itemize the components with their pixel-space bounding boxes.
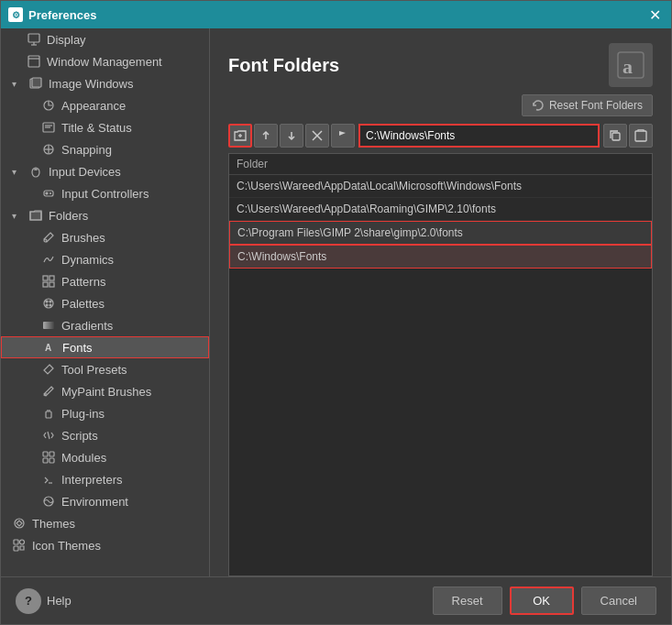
folder-row-1[interactable]: C:\Users\Wareed\AppData\Roaming\GIMP\2.1… [229,198,652,221]
sidebar-item-label-display: Display [47,33,86,47]
plug-ins-icon [41,406,56,421]
appearance-icon [41,98,56,113]
folders-icon [28,208,43,223]
svg-point-28 [50,301,51,302]
svg-rect-44 [14,540,18,544]
sidebar-item-scripts[interactable]: Scripts [1,424,209,446]
titlebar: ⚙ Preferences ✕ [1,1,671,28]
scripts-icon [41,428,56,443]
folder-list-header: Folder [229,154,652,175]
brushes-icon [41,230,56,245]
paste-button[interactable] [629,124,653,148]
preferences-window: ⚙ Preferences ✕ Display Window Managemen… [0,0,672,625]
sidebar-item-image-windows[interactable]: ▾ Image Windows [1,72,209,94]
svg-point-30 [50,304,51,306]
expand-icon-image-windows: ▾ [12,79,23,89]
svg-text:a: a [622,55,633,78]
help-label: Help [47,594,72,608]
sidebar-item-fonts[interactable]: A Fonts [1,336,209,358]
sidebar-item-label-palettes: Palettes [61,297,105,311]
move-down-button[interactable] [280,124,303,148]
sidebar-item-mypaint-brushes[interactable]: MyPaint Brushes [1,380,209,402]
folder-row-3[interactable]: C:\Windows\Fonts [229,245,652,269]
sidebar-item-label-snapping: Snapping [61,143,112,157]
expand-icon-input-devices: ▾ [12,167,23,177]
flag-icon [336,129,349,142]
sidebar-item-title-status[interactable]: Title & Status [1,116,209,138]
sidebar-item-appearance[interactable]: Appearance [1,94,209,116]
main-title: Font Folders [228,55,339,76]
sidebar-item-display[interactable]: Display [1,28,209,50]
main-panel: Font Folders a Reset Font Folders [210,28,671,576]
titlebar-app-icon: ⚙ [8,7,23,22]
sidebar-item-input-devices[interactable]: ▾ Input Devices [1,160,209,182]
sidebar-item-icon-themes[interactable]: Icon Themes [1,534,209,556]
paste-icon [634,129,647,142]
sidebar-item-gradients[interactable]: Gradients [1,314,209,336]
icon-themes-icon [12,538,27,553]
reset-icon [532,99,545,112]
add-folder-icon [234,129,247,142]
sidebar-item-brushes[interactable]: Brushes [1,226,209,248]
sidebar-item-label-image-windows: Image Windows [49,77,133,91]
palettes-icon [41,296,56,311]
sidebar-item-input-controllers[interactable]: Input Controllers [1,182,209,204]
svg-rect-33 [46,411,51,418]
titlebar-left: ⚙ Preferences [8,7,96,22]
svg-line-36 [48,432,50,439]
sidebar-item-label-input-devices: Input Devices [49,165,121,179]
sidebar-item-interpreters[interactable]: Interpreters [1,468,209,490]
delete-icon [311,129,324,142]
sidebar-item-snapping[interactable]: Snapping [1,138,209,160]
sidebar-item-label-patterns: Patterns [61,275,105,289]
title-status-icon [41,120,56,135]
svg-point-29 [46,304,48,306]
move-up-button[interactable] [254,124,278,148]
sidebar-item-palettes[interactable]: Palettes [1,292,209,314]
reset-font-folders-button[interactable]: Reset Font Folders [522,94,653,116]
sidebar-item-dynamics[interactable]: Dynamics [1,248,209,270]
svg-point-18 [46,192,48,194]
sidebar-item-tool-presets[interactable]: Tool Presets [1,358,209,380]
svg-rect-39 [43,458,48,463]
svg-point-45 [20,540,25,544]
sidebar-item-plug-ins[interactable]: Plug-ins [1,402,209,424]
themes-icon [12,516,27,531]
sidebar-item-themes[interactable]: Themes [1,512,209,534]
copy-button[interactable] [603,124,627,148]
svg-rect-46 [14,546,18,551]
sidebar-item-label-folders: Folders [49,209,88,223]
toolbar-area: Reset Font Folders [210,94,671,124]
folder-row-0[interactable]: C:\Users\Wareed\AppData\Local\Microsoft\… [229,175,652,198]
input-controllers-icon [41,186,56,201]
fonts-icon: A [42,340,57,355]
environment-icon [41,494,56,509]
snapping-icon [41,142,56,157]
folder-path-input[interactable] [358,124,600,148]
delete-folder-button[interactable] [305,124,329,148]
sidebar-item-patterns[interactable]: Patterns [1,270,209,292]
sidebar-item-label-plug-ins: Plug-ins [61,407,105,421]
add-folder-button[interactable] [228,124,252,148]
svg-rect-37 [43,452,48,456]
sidebar: Display Window Management ▾ Image Window… [1,28,210,576]
expand-icon-folders: ▾ [12,211,23,221]
folder-row-2[interactable]: C:\Program Files\GIMP 2\share\gimp\2.0\f… [229,221,652,245]
ok-button[interactable]: OK [510,587,574,615]
sidebar-item-label-gradients: Gradients [61,319,113,333]
sidebar-item-folders[interactable]: ▾ Folders [1,204,209,226]
svg-point-26 [44,299,53,308]
sidebar-item-modules[interactable]: Modules [1,446,209,468]
svg-rect-0 [28,34,39,42]
main-content: Display Window Management ▾ Image Window… [1,28,671,576]
reset-button[interactable]: Reset [433,587,502,615]
svg-rect-24 [43,282,48,287]
window-mgmt-icon [27,54,41,69]
flag-button[interactable] [331,124,355,148]
close-button[interactable]: ✕ [645,5,664,24]
cancel-button[interactable]: Cancel [581,587,656,615]
input-devices-icon [28,164,43,179]
sidebar-item-window-mgmt[interactable]: Window Management [1,50,209,72]
folder-list-container: Folder C:\Users\Wareed\AppData\Local\Mic… [228,153,653,576]
sidebar-item-environment[interactable]: Environment [1,490,209,512]
